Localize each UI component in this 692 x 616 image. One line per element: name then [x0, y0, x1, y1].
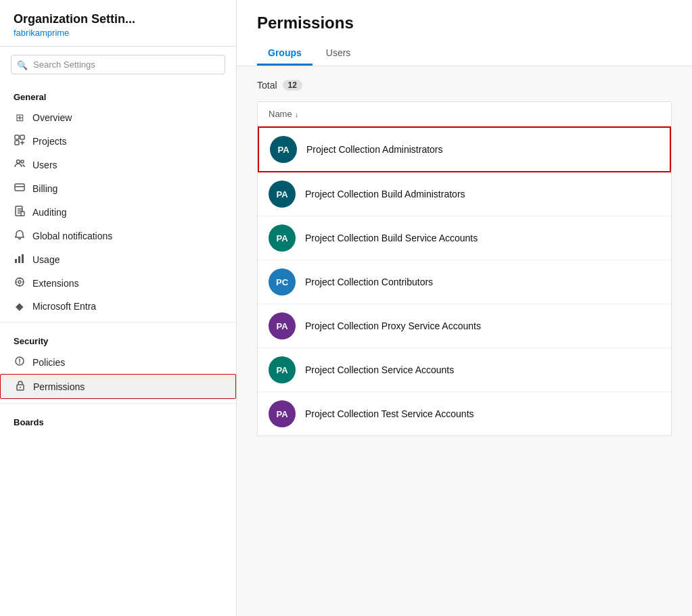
- table-header: Name ↓: [258, 102, 671, 126]
- sidebar-divider: [0, 322, 236, 323]
- projects-icon: [14, 135, 26, 147]
- policies-icon: [14, 356, 26, 369]
- entra-icon: ◆: [14, 300, 26, 312]
- sidebar-item-usage[interactable]: Usage: [0, 247, 236, 271]
- search-input[interactable]: [11, 55, 225, 74]
- svg-point-4: [21, 160, 24, 163]
- svg-point-15: [20, 387, 21, 388]
- sidebar-item-microsoft-entra[interactable]: ◆ Microsoft Entra: [0, 295, 236, 318]
- sidebar-item-extensions[interactable]: Extensions: [0, 271, 236, 295]
- sidebar-item-label: Auditing: [32, 207, 67, 218]
- avatar: PA: [270, 136, 297, 163]
- avatar: PA: [269, 224, 296, 252]
- table-row[interactable]: PAProject Collection Test Service Accoun…: [258, 392, 671, 435]
- table-row[interactable]: PAProject Collection Service Accounts: [258, 348, 671, 392]
- main-body: Total 12 Name ↓ PAProject Collection Adm…: [237, 66, 692, 616]
- org-title: Organization Settin...: [14, 12, 223, 26]
- group-name: Project Collection Proxy Service Account…: [305, 321, 481, 331]
- total-label: Total: [257, 80, 277, 91]
- svg-rect-9: [18, 256, 20, 263]
- avatar: PA: [269, 181, 296, 208]
- main-header: Permissions Groups Users: [237, 0, 692, 66]
- page-title: Permissions: [257, 14, 672, 32]
- column-name-label: Name: [269, 109, 292, 119]
- sidebar-item-label: Policies: [32, 357, 65, 368]
- group-name: Project Collection Administrators: [306, 144, 443, 155]
- table-row[interactable]: PCProject Collection Contributors: [258, 260, 671, 304]
- users-icon: [14, 158, 26, 171]
- sidebar-divider-2: [0, 403, 236, 404]
- svg-point-3: [17, 160, 20, 164]
- sidebar-item-label: Users: [32, 160, 57, 170]
- svg-rect-7: [21, 212, 24, 216]
- avatar: PA: [269, 312, 296, 339]
- sort-icon: ↓: [295, 110, 299, 118]
- section-label-general: General: [0, 82, 236, 106]
- group-name: Project Collection Service Accounts: [305, 364, 454, 375]
- svg-rect-2: [15, 141, 19, 145]
- sidebar-item-label: Overview: [32, 112, 72, 123]
- sidebar-item-label: Microsoft Entra: [32, 301, 96, 312]
- svg-rect-5: [15, 184, 24, 191]
- org-subtitle: fabrikamprime: [14, 28, 223, 38]
- auditing-icon: [14, 206, 26, 218]
- avatar: PA: [269, 400, 296, 427]
- sidebar: Organization Settin... fabrikamprime 🔍 G…: [0, 0, 237, 616]
- svg-rect-10: [22, 254, 24, 263]
- sidebar-item-label: Billing: [32, 183, 57, 194]
- svg-rect-0: [15, 135, 19, 139]
- notifications-icon: [14, 229, 26, 242]
- group-name: Project Collection Test Service Accounts: [305, 408, 474, 419]
- groups-table: Name ↓ PAProject Collection Administrato…: [257, 101, 672, 436]
- tab-users[interactable]: Users: [315, 42, 362, 66]
- sidebar-item-permissions[interactable]: Permissions: [0, 374, 236, 399]
- main-content: Permissions Groups Users Total 12 Name ↓…: [237, 0, 692, 616]
- total-row: Total 12: [257, 80, 672, 91]
- sidebar-item-label: Projects: [32, 136, 67, 147]
- group-name: Project Collection Build Service Account…: [305, 233, 478, 243]
- sidebar-item-overview[interactable]: ⊞ Overview: [0, 106, 236, 129]
- table-row[interactable]: PAProject Collection Build Service Accou…: [258, 216, 671, 260]
- sidebar-item-label: Global notifications: [32, 231, 112, 241]
- group-name: Project Collection Contributors: [305, 277, 433, 287]
- table-row[interactable]: PAProject Collection Administrators: [258, 126, 671, 172]
- tabs: Groups Users: [257, 42, 672, 66]
- avatar: PA: [269, 356, 296, 383]
- table-row[interactable]: PAProject Collection Build Administrator…: [258, 172, 671, 216]
- extensions-icon: [14, 277, 26, 289]
- overview-icon: ⊞: [14, 112, 26, 124]
- sidebar-item-label: Permissions: [33, 381, 85, 392]
- svg-point-12: [18, 281, 21, 283]
- permissions-icon: [14, 380, 26, 393]
- sidebar-item-label: Extensions: [32, 278, 78, 289]
- sidebar-item-label: Usage: [32, 254, 60, 265]
- search-icon: 🔍: [17, 60, 28, 70]
- sidebar-item-policies[interactable]: Policies: [0, 350, 236, 374]
- svg-rect-8: [15, 259, 17, 263]
- group-name: Project Collection Build Administrators: [305, 189, 465, 199]
- sidebar-item-projects[interactable]: Projects: [0, 129, 236, 153]
- sidebar-item-auditing[interactable]: Auditing: [0, 200, 236, 224]
- section-label-boards: Boards: [0, 408, 236, 431]
- total-badge: 12: [283, 80, 302, 91]
- sidebar-item-global-notifications[interactable]: Global notifications: [0, 224, 236, 247]
- billing-icon: [14, 182, 26, 195]
- sidebar-item-users[interactable]: Users: [0, 153, 236, 176]
- table-row[interactable]: PAProject Collection Proxy Service Accou…: [258, 304, 671, 348]
- sidebar-header: Organization Settin... fabrikamprime: [0, 0, 236, 47]
- avatar: PC: [269, 268, 296, 295]
- groups-list: PAProject Collection AdministratorsPAPro…: [258, 126, 671, 435]
- section-label-security: Security: [0, 327, 236, 350]
- tab-groups[interactable]: Groups: [257, 42, 313, 66]
- sidebar-item-billing[interactable]: Billing: [0, 176, 236, 200]
- svg-rect-1: [20, 135, 24, 139]
- usage-icon: [14, 253, 26, 266]
- search-box[interactable]: 🔍: [11, 55, 225, 74]
